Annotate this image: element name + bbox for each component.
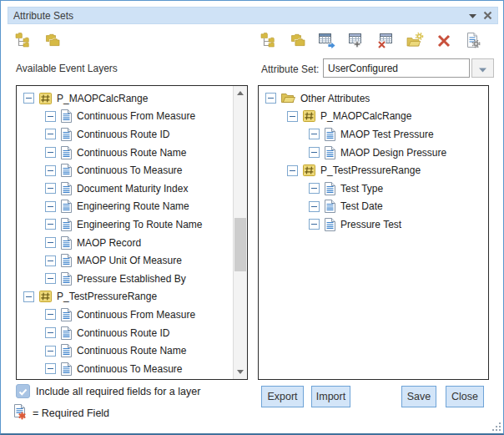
- tree-item[interactable]: Continuous To Measure: [17, 360, 233, 378]
- export-button[interactable]: Export: [261, 386, 304, 407]
- add-table-button[interactable]: [347, 31, 365, 49]
- collapse-toggle[interactable]: [45, 111, 56, 122]
- scrollbar-down-button[interactable]: [234, 365, 247, 379]
- delete-button[interactable]: [435, 31, 453, 49]
- tree-item[interactable]: MAOP Record: [17, 234, 233, 252]
- export-table-button[interactable]: [318, 31, 336, 49]
- import-button[interactable]: Import: [311, 386, 350, 407]
- tree-item[interactable]: Other Attributes: [259, 89, 488, 108]
- tree-item[interactable]: Continuous Route ID: [17, 125, 233, 144]
- collapse-toggle[interactable]: [45, 219, 56, 230]
- attribute-set-combobox[interactable]: UserConfigured: [323, 58, 470, 78]
- scrollbar[interactable]: [233, 86, 247, 379]
- collapse-toggle[interactable]: [45, 273, 56, 284]
- collapse-toggle[interactable]: [45, 147, 56, 158]
- collapse-toggle[interactable]: [45, 309, 56, 320]
- collapse-toggle[interactable]: [45, 255, 56, 266]
- tree-item[interactable]: Document Maturity Index: [17, 180, 233, 198]
- tree-item-label: Document Maturity Index: [77, 183, 188, 195]
- tree-item[interactable]: Engineering Route Name: [17, 198, 233, 216]
- tree-item[interactable]: Test Date: [259, 198, 488, 216]
- tree-item[interactable]: P_MAOPCalcRange: [17, 89, 233, 108]
- tree-item-label: MAOP Record: [77, 237, 141, 249]
- titlebar[interactable]: Attribute Sets: [8, 7, 498, 24]
- collapse-toggle[interactable]: [309, 219, 320, 230]
- open-folders-button[interactable]: [43, 31, 62, 49]
- tree-item[interactable]: P_TestPressureRange: [17, 288, 233, 306]
- collapse-toggle[interactable]: [45, 363, 56, 374]
- collapse-toggle[interactable]: [309, 147, 320, 158]
- open-folders-button[interactable]: [289, 31, 307, 49]
- scrollbar-up-button[interactable]: [234, 86, 247, 100]
- tree-item-label: MAOP Design Pressure: [340, 147, 446, 159]
- required-field-legend: = Required Field: [33, 407, 109, 419]
- tree-item-label: Continuous Route ID: [77, 327, 169, 339]
- collapse-toggle[interactable]: [287, 111, 298, 122]
- tree-item[interactable]: Continuous From Measure: [17, 108, 233, 126]
- tree-item[interactable]: Engineering To Route Name: [17, 215, 233, 234]
- tree-item-label: Continuous Route Name: [77, 345, 186, 357]
- collapse-toggle[interactable]: [45, 237, 56, 248]
- save-button[interactable]: Save: [401, 386, 436, 407]
- collapse-toggle[interactable]: [23, 291, 34, 302]
- tree-item-label: Continuous From Measure: [77, 110, 195, 122]
- field-icon: [325, 128, 335, 141]
- tree-item[interactable]: P_TestPressureRange: [259, 161, 488, 180]
- field-icon: [61, 109, 72, 123]
- remove-table-button[interactable]: [376, 31, 395, 49]
- collapse-toggle[interactable]: [287, 165, 298, 176]
- collapse-toggle[interactable]: [45, 201, 56, 212]
- tree-item[interactable]: Pressure Established By: [17, 270, 233, 288]
- red-x-icon: [436, 33, 453, 48]
- close-button[interactable]: Close: [446, 386, 484, 407]
- properties-button[interactable]: [464, 31, 482, 49]
- field-icon: [61, 182, 72, 195]
- collapse-toggle[interactable]: [45, 327, 56, 338]
- collapse-toggle[interactable]: [45, 183, 56, 194]
- field-icon: [325, 182, 335, 195]
- tree-item-label: Engineering To Route Name: [77, 219, 203, 230]
- tree-item-label: MAOP Unit Of Measure: [77, 255, 182, 266]
- scrollbar-thumb[interactable]: [234, 218, 246, 271]
- folders-icon: [290, 33, 307, 48]
- attribute-set-label: Attribute Set:: [261, 63, 319, 75]
- event-layer-icon: [303, 110, 315, 122]
- tree-item[interactable]: Test Type: [259, 180, 488, 198]
- attribute-set-value: UserConfigured: [328, 63, 398, 74]
- field-icon: [61, 200, 72, 213]
- field-icon: [61, 128, 72, 141]
- tree-item[interactable]: P_MAOPCalcRange: [259, 108, 488, 126]
- collapse-toggle[interactable]: [309, 129, 320, 139]
- field-icon: [61, 146, 72, 159]
- tree-item[interactable]: MAOP Unit Of Measure: [17, 251, 233, 270]
- collapse-toggle[interactable]: [309, 183, 320, 194]
- tree-item-label: Continuous Route ID: [77, 129, 169, 140]
- tree-item[interactable]: Continuous To Measure: [17, 161, 233, 180]
- event-layer-icon: [39, 291, 52, 302]
- attribute-set-dropdown-button[interactable]: [471, 58, 494, 78]
- field-icon: [61, 272, 72, 286]
- tree-item[interactable]: Pressure Test: [259, 215, 488, 234]
- collapse-toggle[interactable]: [45, 346, 56, 357]
- collapse-toggle[interactable]: [23, 93, 34, 104]
- tree-item[interactable]: MAOP Test Pressure: [259, 125, 488, 144]
- include-required-fields-checkbox[interactable]: [16, 384, 30, 398]
- collapse-toggle[interactable]: [309, 201, 320, 212]
- tree-item-label: Continuous To Measure: [77, 363, 183, 375]
- close-icon[interactable]: [480, 8, 495, 23]
- tree-item[interactable]: Continuous Route Name: [17, 341, 233, 360]
- tree-item[interactable]: Continuous Route ID: [17, 324, 233, 342]
- add-event-layers-button[interactable]: [14, 31, 33, 49]
- collapse-toggle[interactable]: [45, 165, 56, 176]
- tree-item[interactable]: Continuous Route Name: [17, 144, 233, 162]
- new-attribute-set-button[interactable]: [406, 31, 424, 49]
- add-event-layers-button[interactable]: [260, 31, 278, 49]
- collapse-dialog-icon[interactable]: [465, 8, 480, 23]
- collapse-toggle[interactable]: [265, 93, 276, 104]
- resize-grip[interactable]: [492, 422, 501, 432]
- tree-item[interactable]: MAOP Design Pressure: [259, 144, 488, 162]
- tree-item-label: Continuous Route Name: [77, 147, 186, 159]
- tree-item-label: Engineering Route Name: [77, 200, 189, 212]
- tree-item[interactable]: Continuous From Measure: [17, 306, 233, 324]
- collapse-toggle[interactable]: [45, 129, 56, 139]
